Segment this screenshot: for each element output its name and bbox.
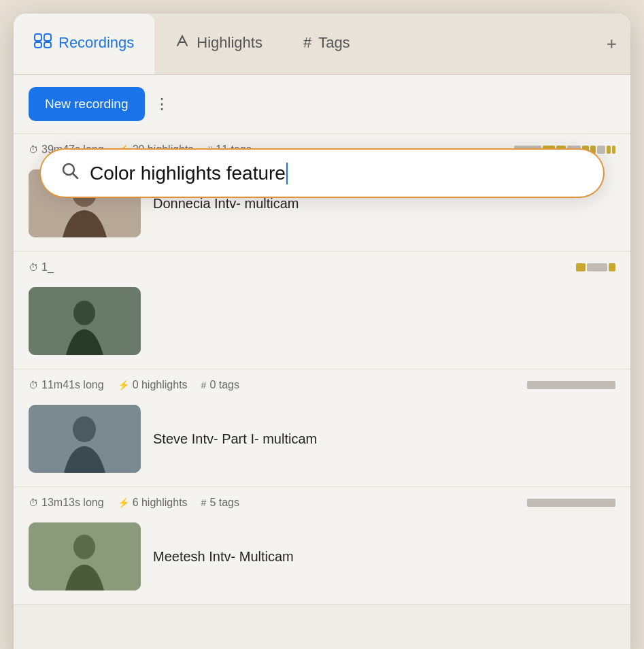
tags-meta-icon-4: # [201, 497, 207, 508]
tags-icon: # [303, 34, 311, 52]
recording-body-3: Steve Intv- Part I- multicam [14, 398, 630, 486]
tags-meta-3: # 0 tags [201, 379, 239, 391]
svg-point-9 [73, 416, 96, 442]
svg-rect-0 [35, 34, 41, 41]
clock-icon-4: ⏱ [29, 497, 38, 508]
new-recording-button[interactable]: New recording [29, 87, 145, 121]
timeline-bar-4 [527, 499, 615, 507]
svg-rect-1 [44, 34, 51, 41]
recording-body-4: Meetesh Intv- Multicam [14, 516, 630, 604]
search-input[interactable]: Color highlights feature [90, 163, 288, 184]
svg-point-11 [73, 535, 95, 559]
recording-meta: ⏱ 1_ [14, 252, 630, 280]
recording-item[interactable]: ⏱ 13m13s long ⚡ 6 highlights # 5 tags [14, 487, 630, 605]
recordings-list: ⏱ 39m47s long ⚡ 20 highlights # 11 tags [14, 134, 630, 649]
thumbnail-4 [29, 522, 141, 590]
duration-meta-3: ⏱ 11m41s long [29, 379, 104, 391]
duration-meta-4: ⏱ 13m13s long [29, 497, 104, 509]
duration-meta-2: ⏱ 1_ [29, 261, 54, 273]
search-overlay: Color highlights feature [41, 150, 603, 197]
clock-icon-3: ⏱ [29, 380, 38, 390]
tab-highlights[interactable]: Highlights [154, 14, 283, 74]
highlights-meta-4: ⚡ 6 highlights [118, 497, 188, 509]
recording-meta-4: ⏱ 13m13s long ⚡ 6 highlights # 5 tags [14, 487, 630, 516]
recording-title: Donnecia Intv- multicam [153, 196, 299, 212]
app-container: Recordings Highlights # Tags + New recor… [14, 14, 630, 649]
thumbnail-2 [29, 287, 141, 355]
highlights-meta-icon-3: ⚡ [118, 380, 129, 390]
highlights-meta-3: ⚡ 0 highlights [118, 379, 188, 391]
thumbnail-3 [29, 405, 141, 473]
clock-icon-2: ⏱ [29, 262, 38, 273]
recording-item[interactable]: ⏱ 1_ [14, 252, 630, 369]
svg-point-7 [73, 301, 95, 325]
tab-tags-label: Tags [318, 34, 350, 52]
recording-body-2 [14, 280, 630, 369]
tab-tags[interactable]: # Tags [283, 14, 371, 74]
svg-line-13 [73, 173, 78, 178]
recording-meta-3: ⏱ 11m41s long ⚡ 0 highlights # 0 tags [14, 369, 630, 398]
svg-rect-3 [44, 42, 51, 48]
highlights-meta-icon-4: ⚡ [118, 497, 129, 508]
tags-meta-icon-3: # [201, 380, 207, 390]
recording-title-4: Meetesh Intv- Multicam [153, 549, 294, 565]
timeline-bar-2 [576, 263, 615, 271]
tab-recordings[interactable]: Recordings [14, 14, 154, 74]
search-icon [61, 162, 79, 184]
more-options-button[interactable]: ⋮ [154, 95, 170, 113]
recording-item[interactable]: ⏱ 11m41s long ⚡ 0 highlights # 0 tags [14, 369, 630, 487]
recordings-icon [34, 33, 52, 52]
add-tab-button[interactable]: + [593, 14, 630, 74]
text-cursor [286, 163, 288, 184]
highlights-icon [175, 33, 190, 52]
tab-recordings-label: Recordings [58, 34, 134, 52]
toolbar: New recording ⋮ [14, 75, 630, 134]
tags-meta-4: # 5 tags [201, 497, 239, 509]
timeline-bar-3 [527, 381, 615, 389]
tab-bar: Recordings Highlights # Tags + [14, 14, 630, 75]
recording-title-3: Steve Intv- Part I- multicam [153, 431, 317, 447]
clock-icon: ⏱ [29, 144, 38, 155]
svg-rect-2 [35, 42, 41, 48]
tab-highlights-label: Highlights [197, 34, 262, 52]
